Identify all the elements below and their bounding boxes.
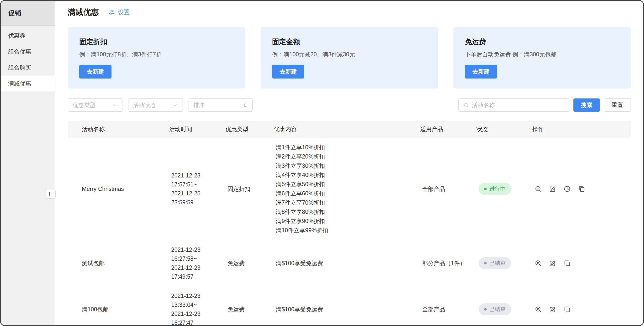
time-end: 2021-12-23 17:49:57 [171,263,224,281]
card-free-shipping: 免运费 下单后自动免运费 例：满300元包邮 去新建 [454,27,631,88]
time-end: 2021-12-25 23:59:59 [171,189,224,207]
card-desc: 下单后自动免运费 例：满300元包邮 [465,51,619,58]
chevron-down-icon [172,102,178,108]
applicable-products: 全部产品 [420,138,477,240]
sidebar-title: 促销 [1,1,55,26]
actions-cell [532,240,631,286]
table-row: 满100包邮 2021-12-23 13:33:04~ 2021-12-23 1… [68,286,631,326]
file-search-icon [534,185,542,193]
activity-name: 测试包邮 [68,240,169,286]
content-line: 满$100享受免运费 [276,259,418,268]
content-line: 满1件立享10%折扣 [276,143,418,152]
file-search-icon [534,260,542,267]
status-badge: 进行中 [479,183,511,195]
table-header-row: 活动名称 活动时间 优惠类型 优惠内容 适用产品 状态 操作 [68,121,631,138]
sliders-icon [108,9,115,16]
copy-action-button[interactable] [578,185,586,193]
discount-content: 满$100享受免运费 [274,240,420,286]
search-field [458,98,570,112]
copy-action-button[interactable] [563,305,571,313]
sidebar-item-label: 组合购买 [8,64,31,71]
card-title: 固定折扣 [79,37,234,47]
reset-button[interactable]: 重置 [604,98,631,112]
sidebar-item-full-reduction[interactable]: 满减优惠 [1,75,55,91]
sidebar-item-coupon[interactable]: 优惠券 [1,28,55,44]
content-line: 满10件立享99%折扣 [276,226,418,235]
activity-table: 活动名称 活动时间 优惠类型 优惠内容 适用产品 状态 操作 Merry Chr… [68,121,631,325]
content-line: 满$100享受免运费 [276,305,418,314]
activity-time: 2021-12-23 17:57:51~ 2021-12-25 23:59:59 [169,138,226,240]
preview-action-button[interactable] [534,259,542,267]
status-cell: 已结束 [477,240,532,286]
page-title: 满减优惠 [68,7,99,17]
sort-icon [242,102,248,108]
settings-link[interactable]: 设置 [108,8,130,16]
sidebar-item-combo-purchase[interactable]: 组合购买 [1,59,55,75]
copy-action-button[interactable] [563,259,571,267]
status-label: 已结束 [489,260,506,267]
sidebar-menu: 优惠券 组合优惠 组合购买 满减优惠 [1,26,55,91]
discount-type: 固定折扣 [226,138,274,240]
sidebar-collapse-button[interactable] [46,189,56,199]
activity-name: 满100包邮 [68,286,169,326]
preview-action-button[interactable] [534,305,542,313]
content-line: 满5件立享50%折扣 [276,180,418,189]
copy-icon [564,260,571,267]
collapse-menu-icon [48,191,54,197]
content-line: 满9件立享90%折扣 [276,217,418,226]
page-header: 满减优惠 设置 [68,1,631,24]
applicable-products: 全部产品 [420,286,477,326]
sort-input[interactable] [193,102,242,108]
content-line: 满2件立享20%折扣 [276,152,418,161]
col-header-name: 活动名称 [68,121,169,138]
time-start: 2021-12-23 16:27:58~ [171,245,224,263]
actions-cell [532,286,631,326]
sidebar-item-combo-discount[interactable]: 组合优惠 [1,44,55,59]
copy-icon [578,185,586,193]
edit-action-button[interactable] [549,259,557,267]
promo-cards: 固定折扣 例：满100元打8折、满3件打7折 去新建 固定金额 例：满100元减… [68,27,631,88]
actions-cell [532,138,631,240]
card-desc: 例：满100元减20、满3件减30元 [272,51,426,58]
activity-name-search-input[interactable] [472,102,565,108]
status-cell: 已结束 [477,286,532,326]
discount-type-placeholder: 优惠类型 [72,101,96,109]
search-button[interactable]: 搜索 [574,98,600,112]
create-fixed-amount-button[interactable]: 去新建 [272,65,304,78]
create-free-shipping-button[interactable]: 去新建 [465,65,497,78]
table-row: 测试包邮 2021-12-23 16:27:58~ 2021-12-23 17:… [68,240,631,286]
status-label: 已结束 [489,306,506,313]
time-end: 2021-12-23 16:27:47 [171,309,224,325]
discount-type: 免运费 [226,286,274,326]
activity-status-placeholder: 活动状态 [133,101,156,109]
activity-status-select[interactable]: 活动状态 [128,98,183,112]
card-desc: 例：满100元打8折、满3件打7折 [79,51,234,58]
status-badge: 已结束 [479,257,511,269]
col-header-actions: 操作 [532,121,631,138]
sidebar-item-label: 组合优惠 [8,48,31,55]
status-cell: 进行中 [477,138,532,240]
col-header-type: 优惠类型 [226,121,274,138]
app-window: 促销 优惠券 组合优惠 组合购买 满减优惠 满减优惠 设置 [0,0,644,326]
col-header-time: 活动时间 [169,121,226,138]
content-line: 满6件立享60%折扣 [276,189,418,198]
card-title: 免运费 [465,37,619,47]
table-row: Merry Christmas 2021-12-23 17:57:51~ 202… [68,138,631,240]
edit-action-button[interactable] [549,185,557,193]
edit-icon [549,260,556,267]
preview-action-button[interactable] [534,185,542,193]
edit-action-button[interactable] [549,305,557,313]
col-header-content: 优惠内容 [274,121,420,138]
sidebar-item-label: 满减优惠 [8,80,31,87]
discount-content: 满$100享受免运费 [274,286,420,326]
search-group: 搜索 重置 [458,98,631,112]
create-fixed-discount-button[interactable]: 去新建 [79,65,112,78]
clock-icon [564,185,571,193]
col-header-status: 状态 [477,121,532,138]
time-start: 2021-12-23 17:57:51~ [171,171,224,189]
discount-type-select[interactable]: 优惠类型 [68,98,122,112]
end-early-action-button[interactable] [563,185,571,193]
card-title: 固定金额 [272,37,426,47]
card-fixed-discount: 固定折扣 例：满100元打8折、满3件打7折 去新建 [68,27,245,88]
status-dot-icon [484,188,486,190]
